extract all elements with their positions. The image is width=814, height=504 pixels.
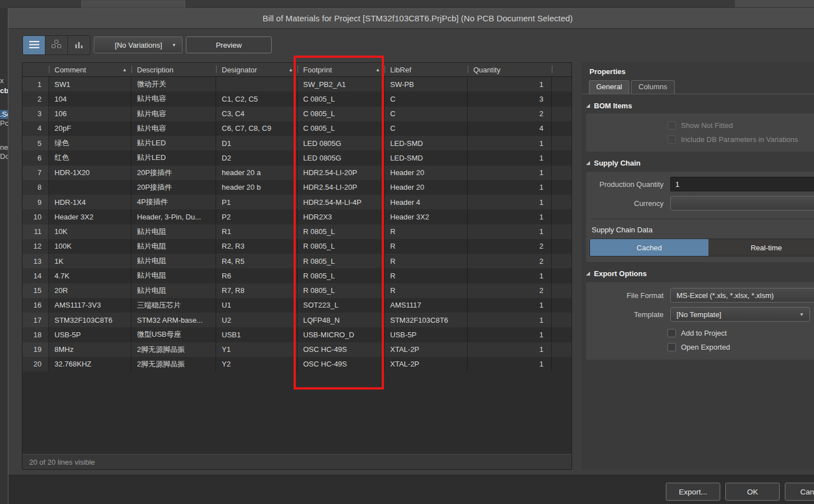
table-row[interactable]: 144.7K贴片电阻R6R 0805_LR1 [22, 268, 571, 283]
table-cell: C1, C2, C5 [216, 91, 298, 106]
ok-button[interactable]: OK [725, 483, 780, 501]
table-cell: 20P接插件 [131, 180, 216, 195]
background-text-fragment: .Sc [0, 110, 8, 119]
file-format-value: MS-Excel (*.xls, *.xlsx, *.xlsm) [676, 291, 774, 300]
production-quantity-input[interactable] [670, 177, 814, 191]
table-cell: LED 0805G [298, 150, 385, 165]
table-cell: Header, 3-Pin, Du... [131, 209, 216, 224]
table-cell [552, 224, 571, 239]
table-row[interactable]: 131K贴片电阻R4, R5R 0805_LR2 [22, 254, 571, 268]
table-cell: R 0805_L [298, 239, 385, 254]
section-bom-items[interactable]: BOM Items [582, 94, 814, 113]
table-cell [552, 357, 571, 372]
table-cell: 1 [468, 268, 552, 283]
table-row[interactable]: 18USB-5P微型USB母座USB1USB-MICRO_DUSB-5P1 [22, 327, 571, 342]
group-view-button[interactable] [45, 36, 68, 54]
table-cell: Y2 [216, 357, 298, 372]
segment-real-time[interactable]: Real-time [708, 239, 814, 256]
table-cell: 2 [468, 107, 552, 121]
template-dropdown[interactable]: [No Template] ▼ [670, 307, 810, 322]
table-row[interactable]: 7HDR-1X2020P接插件header 20 aHDR2.54-LI-20P… [22, 166, 571, 180]
table-row[interactable]: 3106贴片电容C3, C4C 0805_LC2 [22, 107, 571, 121]
column-header-comment[interactable]: Comment▲ [49, 63, 131, 76]
dialog-titlebar[interactable]: Bill of Materials for Project [STM32f103… [8, 9, 814, 29]
table-row[interactable]: 5绿色贴片LEDD1LED 0805GLED-SMD1 [22, 136, 571, 150]
table-row[interactable]: 12100K贴片电阻R2, R3R 0805_LR2 [22, 239, 571, 254]
sort-ascending-icon: ▲ [122, 67, 127, 72]
table-cell: C3, C4 [216, 107, 298, 121]
column-header-label: Designator [222, 66, 257, 74]
table-rows: 1SW1微动开关SW_PB2_A1SW-PB12104贴片电容C1, C2, C… [22, 77, 571, 372]
column-header-blank[interactable] [552, 63, 571, 76]
supply-chain-data-toggle: CachedReal-time [589, 239, 814, 256]
table-cell [552, 298, 571, 313]
table-cell: HDR2.54-LI-20P [298, 180, 385, 195]
table-cell: 18 [22, 327, 49, 342]
table-row[interactable]: 420pF贴片电容C6, C7, C8, C9C 0805_LC4 [22, 121, 571, 136]
checkbox-open-exported[interactable]: Open Exported [667, 340, 814, 354]
table-cell: 1 [468, 180, 552, 195]
background-text-fragment: cb [0, 86, 8, 95]
table-row[interactable]: 6红色贴片LEDD2LED 0805GLED-SMD1 [22, 150, 571, 165]
column-header-blank[interactable] [22, 63, 49, 76]
table-row[interactable]: 16AMS1117-3V3三端稳压芯片U1SOT223_LAMS11171 [22, 298, 571, 313]
table-row[interactable]: 2104贴片电容C1, C2, C5C 0805_LC3 [22, 91, 571, 106]
table-cell: 1 [468, 195, 552, 209]
export-button[interactable]: Export... [666, 483, 720, 501]
checkbox-add-to-project[interactable]: Add to Project [667, 326, 814, 340]
table-row[interactable]: 820P接插件header 20 bHDR2.54-LI-20PHeader 2… [22, 180, 571, 195]
table-cell: C 0805_L [298, 91, 385, 106]
table-cell [552, 268, 571, 283]
table-row[interactable]: 1520R贴片电阻R7, R8R 0805_LR2 [22, 283, 571, 298]
sort-ascending-icon: ▲ [289, 67, 293, 72]
file-format-label: File Format [589, 291, 664, 300]
column-header-designator[interactable]: Designator▲ [216, 63, 298, 76]
table-cell: STM32F103C8T6 [385, 313, 468, 327]
table-row[interactable]: 9HDR-1X44P接插件P1HDR2.54-M-LI-4PHeader 41 [22, 195, 571, 209]
table-cell: HDR-1X4 [49, 195, 131, 209]
section-supply-chain[interactable]: Supply Chain [582, 152, 814, 171]
table-cell: C [385, 91, 468, 106]
column-header-quantity[interactable]: Quantity [468, 63, 552, 76]
table-cell: 1 [468, 136, 552, 150]
table-cell: SOT223_L [298, 298, 385, 313]
table-cell: Header 20 [385, 180, 468, 195]
table-row[interactable]: 10Header 3X2Header, 3-Pin, Du...P2HDR2X3… [22, 209, 571, 224]
table-cell: LED 0805G [298, 136, 385, 150]
column-header-description[interactable]: Description [131, 63, 216, 76]
table-row[interactable]: 198MHz2脚无源脚晶振Y1OSC HC-49SXTAL-2P1 [22, 342, 571, 357]
table-cell: R 0805_L [298, 283, 385, 298]
table-row[interactable]: 2032.768KHZ2脚无源脚晶振Y2OSC HC-49SXTAL-2P1 [22, 357, 571, 372]
chevron-down-icon: ▼ [799, 312, 804, 317]
table-cell: 10 [22, 209, 49, 224]
chart-view-button[interactable] [68, 36, 90, 54]
column-header-footprint[interactable]: Footprint▲ [298, 63, 385, 76]
list-view-button[interactable] [23, 36, 45, 54]
table-row[interactable]: 1110K贴片电阻R1R 0805_LR1 [22, 224, 571, 239]
table-cell: C [385, 107, 468, 121]
tab-general[interactable]: General [589, 80, 629, 94]
dialog-title: Bill of Materials for Project [STM32f103… [263, 13, 573, 23]
table-cell: 20P接插件 [131, 166, 216, 180]
table-cell: 20 [22, 357, 49, 372]
table-row[interactable]: 17STM32F103C8T6STM32 ARM-base...U2LQFP48… [22, 313, 571, 327]
table-cell: C 0805_L [298, 107, 385, 121]
bom-items-box: Show Not FittedInclude DB Parameters in … [586, 113, 814, 152]
variations-dropdown[interactable]: [No Variations] ▼ [94, 36, 182, 53]
table-cell: USB-5P [385, 327, 468, 342]
section-export-options[interactable]: Export Options [582, 262, 814, 281]
file-format-dropdown[interactable]: MS-Excel (*.xls, *.xlsx, *.xlsm) [670, 288, 814, 303]
tab-columns[interactable]: Columns [631, 80, 674, 94]
table-row[interactable]: 1SW1微动开关SW_PB2_A1SW-PB1 [22, 77, 571, 91]
dialog-footer: Export... OK Cancel [8, 475, 814, 504]
checkbox-icon [667, 135, 676, 144]
segment-cached[interactable]: Cached [590, 239, 708, 256]
table-cell: 1 [468, 150, 552, 165]
table-cell: SW-PB [385, 77, 468, 91]
preview-button[interactable]: Preview [186, 36, 272, 53]
table-cell [552, 166, 571, 180]
currency-dropdown[interactable] [670, 196, 814, 210]
cancel-button[interactable]: Cancel [785, 483, 814, 501]
table-cell: Header 3X2 [385, 209, 468, 224]
column-header-libref[interactable]: LibRef [385, 63, 468, 76]
